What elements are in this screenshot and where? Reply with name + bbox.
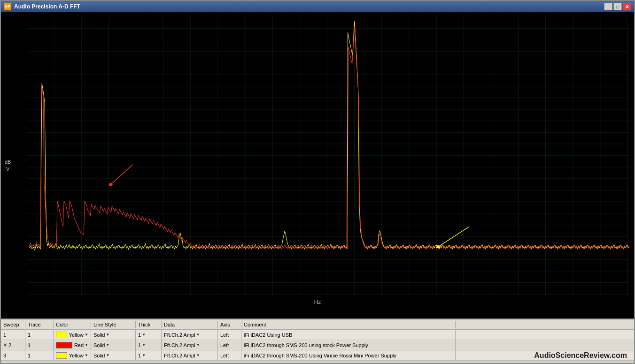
minimize-button[interactable]: _ (604, 3, 612, 10)
title-bar: AP Audio Precision A-D FFT _ □ ✕ (1, 1, 634, 12)
svg-rect-14 (27, 17, 629, 295)
data-table: Sweep Trace Color Line Style Thick Data … (1, 318, 634, 363)
table-row: 1 1 Yellow ▼ Solid ▼ 1 ▼ (1, 330, 634, 340)
header-data: Data (162, 321, 218, 328)
dropdown-arrow[interactable]: ▼ (85, 353, 88, 357)
row3-extra: AudioScienceReview.com (456, 350, 634, 360)
branding-text: AudioScienceReview.com (534, 351, 627, 360)
row3-thick[interactable]: 1 ▼ (136, 350, 162, 360)
chart-svg: -90 -92 -94 -96 -98 -100 -102 -104 -106 … (27, 17, 629, 295)
row1-data[interactable]: Fft.Ch.2 Ampl ▼ (162, 330, 218, 340)
row3-axis: Left (218, 350, 241, 360)
maximize-button[interactable]: □ (613, 3, 622, 10)
row1-thick[interactable]: 1 ▼ (136, 330, 162, 340)
window-title: Audio Precision A-D FFT (14, 3, 604, 10)
dropdown-arrow[interactable]: ▼ (142, 353, 146, 357)
row1-trace: 1 (25, 330, 54, 340)
row3-sweep: 3 (1, 350, 25, 360)
dropdown-arrow[interactable]: ▼ (196, 333, 200, 337)
table-row: ✕ 2 1 Red ▼ Solid ▼ 1 ▼ (1, 340, 634, 350)
plot-area: -90 -92 -94 -96 -98 -100 -102 -104 -106 … (27, 17, 629, 295)
dropdown-arrow[interactable]: ▼ (106, 333, 109, 337)
row1-axis: Left (218, 330, 241, 340)
header-color: Color (54, 321, 91, 328)
row1-color-swatch (56, 332, 67, 338)
dropdown-arrow[interactable]: ▼ (85, 333, 88, 337)
row2-sweep: ✕ 2 (1, 340, 25, 350)
table-header: Sweep Trace Color Line Style Thick Data … (1, 319, 634, 330)
header-trace: Trace (25, 321, 54, 328)
dropdown-arrow[interactable]: ▼ (142, 333, 146, 337)
header-sweep: Sweep (1, 321, 25, 328)
header-axis: Axis (218, 321, 241, 328)
header-linestyle: Line Style (91, 321, 136, 328)
dropdown-arrow[interactable]: ▼ (106, 343, 109, 347)
row3-linestyle[interactable]: Solid ▼ (91, 350, 136, 360)
row3-data[interactable]: Fft.Ch.2 Ampl ▼ (162, 350, 218, 360)
row2-linestyle[interactable]: Solid ▼ (91, 340, 136, 350)
main-window: AP Audio Precision A-D FFT _ □ ✕ Ap SOtM… (0, 0, 635, 364)
row2-color[interactable]: Red ▼ (54, 340, 91, 350)
header-thick: Thick (136, 321, 162, 328)
row1-sweep: 1 (1, 330, 25, 340)
row2-data[interactable]: Fft.Ch.2 Ampl ▼ (162, 340, 218, 350)
row1-linestyle[interactable]: Solid ▼ (91, 330, 136, 340)
y-axis-unit: dB V (5, 158, 11, 173)
dropdown-arrow[interactable]: ▼ (196, 343, 200, 347)
row2-thick[interactable]: 1 ▼ (136, 340, 162, 350)
row2-extra (456, 340, 634, 350)
x-axis-label: Hz (314, 299, 321, 305)
dropdown-arrow[interactable]: ▼ (142, 343, 146, 347)
window-controls: _ □ ✕ (604, 3, 631, 10)
header-comment: Comment (241, 321, 456, 328)
row2-color-swatch (56, 342, 72, 349)
app-icon: AP (4, 3, 11, 10)
row2-trace: 1 (25, 340, 54, 350)
row2-checkbox[interactable]: ✕ (3, 342, 7, 348)
row2-comment: iFi iDAC2 through SMS-200 using stock Po… (241, 340, 456, 350)
row1-color[interactable]: Yellow ▼ (54, 330, 91, 340)
chart-area: Ap SOtM sMS-200 Network Player tested us… (1, 12, 634, 318)
row3-color-swatch (56, 352, 67, 359)
row3-color[interactable]: Yellow ▼ (54, 350, 91, 360)
row1-extra (456, 330, 634, 340)
table-row: 3 1 Yellow ▼ Solid ▼ 1 ▼ (1, 350, 634, 361)
row2-axis: Left (218, 340, 241, 350)
dropdown-arrow[interactable]: ▼ (85, 343, 88, 347)
row1-comment: iFi iDAC2 Using USB (241, 330, 456, 340)
row3-trace: 1 (25, 350, 54, 360)
row3-comment: iFi iDAC2 through SMS-200 Using Vinnie R… (241, 350, 456, 360)
branding-area (456, 324, 634, 326)
dropdown-arrow[interactable]: ▼ (196, 353, 200, 357)
close-button[interactable]: ✕ (623, 3, 631, 10)
dropdown-arrow[interactable]: ▼ (106, 353, 109, 357)
table-rows: 1 1 Yellow ▼ Solid ▼ 1 ▼ (1, 330, 634, 363)
